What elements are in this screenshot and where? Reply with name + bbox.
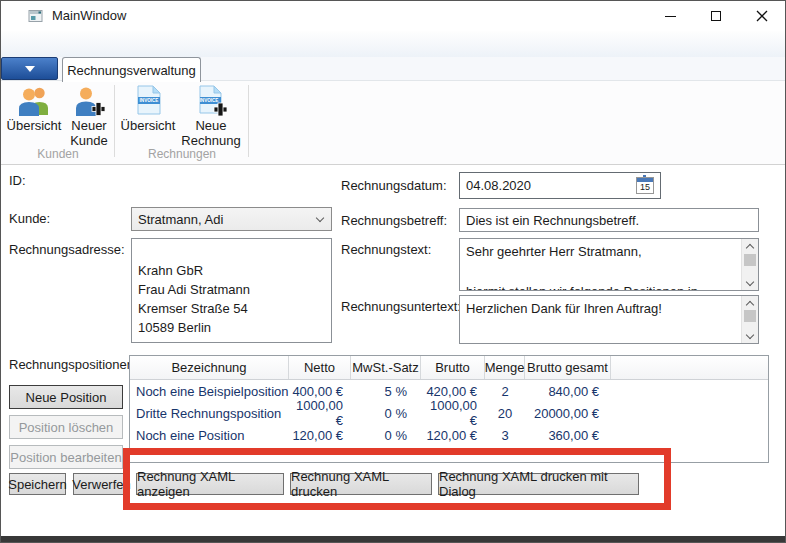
cell-brutto[interactable]: 120,00 € — [421, 428, 485, 443]
cell-mwst[interactable]: 0 % — [351, 406, 421, 421]
betreff-label: Rechnungsbetreff: — [341, 213, 447, 228]
betreff-textbox[interactable]: Dies ist ein Rechnungsbetreff. — [459, 208, 759, 232]
text-label: Rechnungstext: — [341, 242, 431, 257]
cell-brutto-gesamt[interactable]: 840,00 € — [525, 384, 611, 399]
main-window: MainWindow Rechnungsverwaltung — [0, 0, 786, 543]
cell-brutto-gesamt[interactable]: 20000,00 € — [525, 406, 611, 421]
tab-rechnungsverwaltung[interactable]: Rechnungsverwaltung — [62, 57, 201, 82]
datum-datepicker[interactable]: 04.08.2020 15 — [459, 172, 661, 199]
invoice-icon-text: INVOICE — [200, 98, 219, 103]
calendar-day: 15 — [640, 182, 650, 193]
button-label: Speichern — [8, 477, 67, 492]
adresse-value: Krahn GbR Frau Adi Stratmann Kremser Str… — [138, 263, 250, 335]
cell-mwst[interactable]: 5 % — [351, 384, 421, 399]
column-header[interactable]: Bezeichnung — [130, 356, 289, 379]
button-label: Position bearbeiten — [10, 450, 121, 465]
scrollbar-thumb[interactable] — [744, 254, 756, 266]
scrollbar-down-icon[interactable] — [742, 276, 758, 290]
rechnung-xaml-anzeigen-button[interactable]: Rechnung XAML anzeigen — [136, 473, 284, 495]
ribbon-group-separator — [114, 85, 115, 157]
cell-bezeichnung[interactable]: Noch eine Beispielposition — [130, 384, 289, 399]
close-button[interactable] — [739, 1, 785, 31]
table-row[interactable]: Dritte Rechnungsposition 1000,00 € 0 % 1… — [130, 402, 768, 424]
id-label: ID: — [9, 173, 26, 188]
betreff-value: Dies ist ein Rechnungsbetreff. — [466, 213, 639, 228]
cell-netto[interactable]: 120,00 € — [289, 428, 351, 443]
ribbon-group-label-rechnungen: Rechnungen — [117, 147, 247, 161]
app-menu-dropdown-icon — [25, 66, 35, 72]
rechnungsuntertext-textarea[interactable]: Herzlichen Dank für Ihren Auftrag! — [459, 295, 759, 344]
cell-menge[interactable]: 20 — [485, 406, 525, 421]
scrollbar-down-icon[interactable] — [742, 329, 758, 343]
close-icon — [756, 10, 768, 22]
window-title: MainWindow — [52, 8, 126, 23]
minimize-button[interactable] — [647, 1, 693, 31]
rechnungstext-value: Sehr geehrter Herr Stratmann, hiermit st… — [466, 244, 698, 291]
neue-position-button[interactable]: Neue Position — [9, 385, 123, 409]
speichern-button[interactable]: Speichern — [9, 473, 66, 495]
titlebar[interactable]: MainWindow — [1, 1, 785, 31]
app-menu-button[interactable] — [1, 57, 58, 80]
column-header[interactable]: Menge — [485, 356, 525, 379]
datagrid-header-row: Bezeichnung Netto MwSt.-Satz Brutto Meng… — [130, 356, 768, 380]
datepicker-calendar-icon[interactable]: 15 — [636, 177, 654, 194]
rechnungstext-scrollbar[interactable] — [741, 239, 758, 290]
positionen-datagrid[interactable]: Bezeichnung Netto MwSt.-Satz Brutto Meng… — [129, 355, 769, 463]
datum-value: 04.08.2020 — [466, 178, 531, 193]
cell-brutto[interactable]: 1000,00 € — [421, 398, 485, 428]
ribbon-button-label: Neuer Kunde — [63, 118, 115, 148]
button-label: Verwerfen — [72, 477, 131, 492]
cell-brutto[interactable]: 420,00 € — [421, 384, 485, 399]
window-controls — [647, 1, 785, 31]
maximize-icon — [711, 11, 721, 21]
table-row[interactable]: Noch eine Position 120,00 € 0 % 120,00 €… — [130, 424, 768, 446]
untertext-label: Rechnungsuntertext: — [341, 299, 461, 314]
positionen-label: Rechnungspositionen — [9, 357, 134, 372]
cell-brutto-gesamt[interactable]: 360,00 € — [525, 428, 611, 443]
cell-menge[interactable]: 2 — [485, 384, 525, 399]
ribbon-button-label: Übersicht — [7, 118, 62, 133]
cell-mwst[interactable]: 0 % — [351, 428, 421, 443]
ribbon-group-label-kunden: Kunden — [3, 147, 113, 161]
column-header[interactable]: Netto — [289, 356, 351, 379]
cell-netto[interactable]: 1000,00 € — [289, 398, 351, 428]
tab-label: Rechnungsverwaltung — [67, 63, 196, 78]
adresse-textarea[interactable]: Krahn GbR Frau Adi Stratmann Kremser Str… — [131, 238, 332, 343]
ribbon-content: Übersicht Neuer Kunde INVOICE Übersicht — [1, 81, 785, 165]
rechnungstext-textarea[interactable]: Sehr geehrter Herr Stratmann, hiermit st… — [459, 238, 759, 291]
cell-bezeichnung[interactable]: Dritte Rechnungsposition — [130, 406, 289, 421]
column-header[interactable]: Brutto — [421, 356, 485, 379]
column-header[interactable]: Brutto gesamt — [525, 356, 611, 379]
adresse-label: Rechnungsadresse: — [9, 242, 125, 257]
button-label: Rechnung XAML drucken mit Dialog — [439, 469, 638, 499]
cell-menge[interactable]: 3 — [485, 428, 525, 443]
column-header-filler — [611, 356, 768, 379]
position-bearbeiten-button: Position bearbeiten — [9, 445, 123, 469]
ribbon-group-separator — [248, 85, 249, 157]
kunden-uebersicht-icon — [18, 84, 50, 116]
button-label: Rechnung XAML anzeigen — [137, 469, 283, 499]
datum-label: Rechnungsdatum: — [341, 178, 447, 193]
button-label: Neue Position — [26, 390, 107, 405]
invoice-icon-text: INVOICE — [140, 98, 159, 103]
cell-netto[interactable]: 400,00 € — [289, 384, 351, 399]
scrollbar-up-icon[interactable] — [742, 296, 758, 310]
kunde-combobox[interactable]: Stratmann, Adi — [131, 207, 332, 231]
scrollbar-thumb[interactable] — [744, 310, 756, 322]
position-loeschen-button: Position löschen — [9, 415, 123, 439]
ribbon-button-label: Übersicht — [121, 118, 176, 133]
cell-bezeichnung[interactable]: Noch eine Position — [130, 428, 289, 443]
maximize-button[interactable] — [693, 1, 739, 31]
rechnungsuntertext-scrollbar[interactable] — [741, 296, 758, 343]
rechnung-xaml-drucken-button[interactable]: Rechnung XAML drucken — [290, 473, 432, 495]
verwerfen-button[interactable]: Verwerfen — [73, 473, 130, 495]
rechnung-xaml-drucken-dialog-button[interactable]: Rechnung XAML drucken mit Dialog — [438, 473, 639, 495]
ribbon-band — [1, 31, 785, 57]
rechnungsuntertext-value: Herzlichen Dank für Ihren Auftrag! — [466, 301, 662, 316]
scrollbar-up-icon[interactable] — [742, 239, 758, 253]
neuer-kunde-icon — [73, 84, 105, 116]
column-header[interactable]: MwSt.-Satz — [351, 356, 421, 379]
app-icon — [28, 8, 44, 24]
button-label: Position löschen — [19, 420, 114, 435]
combobox-chevron-icon — [316, 213, 324, 221]
